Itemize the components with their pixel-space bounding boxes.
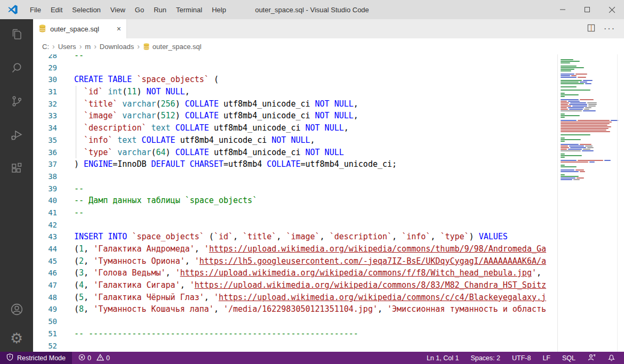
code-line[interactable]: 45(2, 'Туманность Ориона', 'https://lh5.… [33, 255, 557, 268]
line-number[interactable]: 36 [33, 147, 57, 159]
code-line[interactable]: 50 [33, 316, 557, 328]
code-line[interactable]: 35 `info` text COLLATE utf8mb4_unicode_c… [33, 134, 557, 147]
breadcrumb-file[interactable]: outer_space.sql [143, 43, 202, 51]
cursor-position[interactable]: Ln 1, Col 1 [427, 354, 459, 362]
line-number[interactable]: 39 [33, 183, 57, 195]
eol-setting[interactable]: LF [542, 354, 550, 362]
code-line[interactable]: 38 [33, 171, 557, 183]
errors-icon [78, 354, 85, 362]
line-number[interactable]: 32 [33, 98, 57, 110]
line-number[interactable]: 34 [33, 122, 57, 134]
close-button[interactable] [599, 0, 624, 19]
code-line[interactable]: 40-- Дамп данных таблицы `space_objects` [33, 195, 557, 207]
problems-button[interactable]: 0 0 [72, 354, 119, 362]
split-editor-icon[interactable] [587, 24, 595, 34]
menu-item-run[interactable]: Run [149, 0, 171, 19]
indentation-setting[interactable]: Spaces: 2 [470, 354, 500, 362]
source-control-icon[interactable] [9, 94, 24, 109]
code-line[interactable]: 30CREATE TABLE `space_objects` ( [33, 74, 557, 86]
line-number[interactable]: 46 [33, 267, 57, 279]
code-line[interactable]: 29 [33, 62, 557, 74]
code-line[interactable]: 46(3, 'Голова Ведьмы', 'https://upload.w… [33, 267, 557, 279]
line-number[interactable]: 43 [33, 231, 57, 243]
code-line[interactable]: 47(4, 'Галактика Сигара', 'https://uploa… [33, 279, 557, 292]
more-actions-icon[interactable]: ··· [604, 25, 615, 33]
restricted-mode-button[interactable]: Restricted Mode [0, 352, 72, 364]
explorer-icon[interactable] [9, 27, 24, 42]
account-icon[interactable] [9, 302, 24, 317]
minimap-line [561, 134, 624, 135]
minimap-line [561, 131, 624, 132]
maximize-button[interactable] [575, 0, 599, 19]
code-line[interactable]: 37) ENGINE=InnoDB DEFAULT CHARSET=utf8mb… [33, 158, 557, 171]
breadcrumb-item-m[interactable]: m [85, 43, 91, 51]
code-text: (5, 'Галактика Чёрный Глаз', 'https://up… [57, 292, 557, 304]
code-line[interactable]: 44(1, 'Галактика Андромеда', 'https://up… [33, 243, 557, 255]
code-line[interactable]: 36 `type` varchar(64) COLLATE utf8mb4_un… [33, 147, 557, 159]
line-number[interactable]: 30 [33, 74, 57, 86]
minimap-line [561, 150, 624, 151]
line-number[interactable]: 33 [33, 110, 57, 122]
menu-item-help[interactable]: Help [207, 0, 231, 19]
line-number[interactable]: 28 [33, 54, 57, 62]
line-number[interactable]: 51 [33, 328, 57, 340]
code-line[interactable]: 52 [33, 340, 557, 352]
menu-item-view[interactable]: View [106, 0, 130, 19]
code-line[interactable]: 51-- -----------------------------------… [33, 328, 557, 340]
code-line[interactable]: 34 `description` text COLLATE utf8mb4_un… [33, 122, 557, 134]
line-number[interactable]: 45 [33, 255, 57, 268]
minimap-line [561, 158, 624, 159]
code-line[interactable]: 48(5, 'Галактика Чёрный Глаз', 'https://… [33, 292, 557, 304]
line-number[interactable]: 35 [33, 134, 57, 147]
menu-item-file[interactable]: File [25, 0, 46, 19]
line-number[interactable]: 37 [33, 158, 57, 171]
notifications-bell-icon[interactable] [607, 353, 615, 363]
language-mode[interactable]: SQL [562, 354, 575, 362]
code-line[interactable]: 43INSERT INTO `space_objects` (`id`, `ti… [33, 231, 557, 243]
run-debug-icon[interactable] [9, 127, 24, 142]
menu-item-terminal[interactable]: Terminal [171, 0, 207, 19]
tab-close-icon[interactable]: × [117, 25, 121, 33]
code-line[interactable]: 28-- [33, 54, 557, 62]
menu-item-selection[interactable]: Selection [67, 0, 105, 19]
line-number[interactable]: 44 [33, 243, 57, 255]
minimap-line [561, 115, 624, 116]
code-line[interactable]: 31 `id` int(11) NOT NULL, [33, 86, 557, 98]
code-line[interactable]: 32 `title` varchar(256) COLLATE utf8mb4_… [33, 98, 557, 110]
encoding-setting[interactable]: UTF-8 [512, 354, 531, 362]
minimap[interactable] [557, 54, 624, 352]
line-number[interactable]: 31 [33, 86, 57, 98]
settings-gear-icon[interactable]: ⚙ [9, 330, 24, 345]
line-number[interactable]: 48 [33, 292, 57, 304]
minimap-line [561, 110, 624, 111]
line-number[interactable]: 47 [33, 279, 57, 292]
code-line[interactable]: 41-- [33, 207, 557, 219]
line-number[interactable]: 42 [33, 219, 57, 231]
tab-outer-space-sql[interactable]: outer_space.sql × [33, 19, 127, 38]
code-line[interactable]: 42 [33, 219, 557, 231]
line-number[interactable]: 49 [33, 303, 57, 316]
minimize-button[interactable] [550, 0, 575, 19]
window-controls [550, 0, 624, 19]
code-line[interactable]: 49(8, 'Туманность Кошачья лапа', '/media… [33, 303, 557, 316]
line-number[interactable]: 38 [33, 171, 57, 183]
extensions-icon[interactable] [9, 161, 24, 176]
line-number[interactable]: 41 [33, 207, 57, 219]
code-editor[interactable]: 28--2930CREATE TABLE `space_objects` (31… [33, 54, 557, 352]
line-number[interactable]: 40 [33, 195, 57, 207]
feedback-icon[interactable] [587, 353, 596, 363]
minimap-scrollbar-track[interactable] [617, 54, 618, 352]
code-text: CREATE TABLE `space_objects` ( [57, 74, 557, 86]
breadcrumb-item-c[interactable]: C: [42, 43, 49, 51]
code-line[interactable]: 39-- [33, 183, 557, 195]
menu-item-edit[interactable]: Edit [46, 0, 67, 19]
code-line[interactable]: 33 `image` varchar(512) COLLATE utf8mb4_… [33, 110, 557, 122]
line-number[interactable]: 50 [33, 316, 57, 328]
minimap-line [561, 107, 624, 108]
line-number[interactable]: 52 [33, 340, 57, 352]
breadcrumb-item-downloads[interactable]: Downloads [100, 43, 134, 51]
search-icon[interactable] [9, 60, 24, 75]
menu-item-go[interactable]: Go [130, 0, 149, 19]
breadcrumb-item-users[interactable]: Users [58, 43, 76, 51]
line-number[interactable]: 29 [33, 62, 57, 74]
